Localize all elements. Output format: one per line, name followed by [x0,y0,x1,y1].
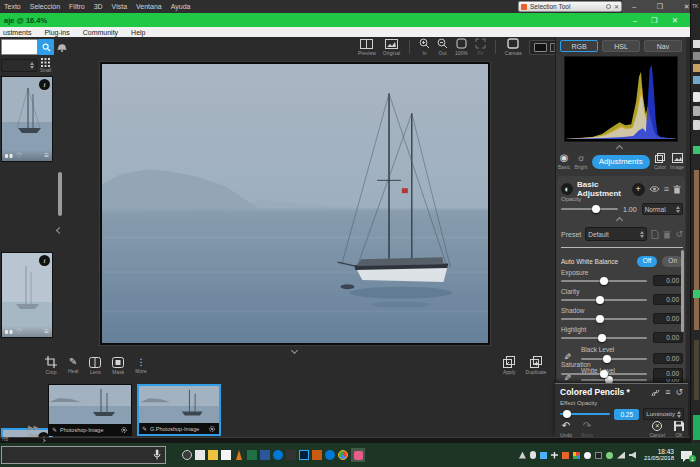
next-button[interactable]: ▶▶ Next [28,424,39,438]
zoom-100-button[interactable]: 100% [455,38,468,56]
shadow-slider[interactable] [561,318,647,320]
search-button[interactable] [38,39,54,55]
maximize-icon[interactable]: ❒ [651,16,658,25]
network-icon[interactable] [617,452,625,459]
saturation-slider[interactable] [561,373,647,375]
menu-ventana[interactable]: Ventana [136,3,162,10]
filmstrip-thumb[interactable]: ✎ Photoshop-Image [48,384,132,436]
clarity-slider[interactable] [561,299,647,301]
edge-icon[interactable] [273,450,283,460]
effect-menu-icon[interactable]: ≡ [665,388,670,397]
plugin-titlebar[interactable]: aje @ 16.4% – ❒ ✕ [0,13,690,27]
tab-rgb[interactable]: RGB [560,40,598,52]
favorite-icon[interactable]: ♡ [16,152,22,159]
lens-tool[interactable]: Lens [89,357,101,375]
volume-icon[interactable] [629,452,636,459]
switch-bright[interactable]: ☼ Bright [574,153,587,170]
sort-dropdown[interactable] [1,59,37,72]
copy-settings-icon[interactable] [650,388,660,397]
taskbar-search[interactable] [1,446,166,464]
ok-button[interactable]: OK [674,421,684,438]
highlight-value[interactable]: 0.00 [653,332,683,343]
effect-blend-dropdown[interactable]: Luminosity [643,408,684,420]
info-icon[interactable]: i [39,255,50,266]
close-icon[interactable]: ✕ [614,3,619,10]
opacity-value[interactable]: 1.00 [623,206,637,213]
zoom-in-button[interactable]: In [419,38,430,56]
single-view-button[interactable] [534,43,547,52]
thumb-menu-icon[interactable]: ≡ [44,152,49,160]
excel-icon[interactable] [247,450,257,460]
duplicate-button[interactable]: Duplicate [526,356,547,375]
taskbar-clock[interactable]: 18:43 21/05/2018 [644,448,674,463]
tray-icon[interactable] [562,452,569,459]
maximize-icon[interactable]: ❒ [657,3,663,11]
adobe-app-icon[interactable] [312,450,322,460]
mail-icon[interactable] [195,450,205,460]
mask-tool[interactable]: Mask [112,357,124,375]
menu-community[interactable]: Community [83,29,118,36]
canvas-button[interactable]: Canvas [505,38,522,56]
preset-dropdown[interactable]: Default [585,227,647,241]
visibility-icon[interactable] [649,185,660,193]
histogram[interactable] [564,56,678,142]
black-level-slider[interactable] [581,358,647,360]
search-input[interactable] [1,39,38,55]
clarity-value[interactable]: 0.00 [653,294,683,305]
exposure-slider[interactable] [561,280,647,282]
vlc-icon[interactable] [234,450,244,460]
word-icon[interactable] [260,450,270,460]
chrome-icon[interactable] [338,450,348,460]
tray-icon[interactable] [584,452,591,459]
favorite-icon[interactable]: ♡ [16,328,22,335]
shadow-value[interactable]: 0.00 [653,313,683,324]
eye-app-icon[interactable] [182,450,192,460]
heal-tool[interactable]: ✎ Heal [68,357,78,374]
scroll-right-icon[interactable] [42,438,46,442]
photo-thumbnail[interactable]: i ♡ ≡ [1,252,53,338]
photoshop-icon[interactable] [299,450,309,460]
microphone-icon[interactable] [153,449,161,461]
cancel-button[interactable]: ✕ Cancel [649,421,665,438]
notepad-icon[interactable] [221,450,231,460]
close-icon[interactable]: ✕ [672,16,678,25]
main-image[interactable] [100,62,490,345]
tab-hsl[interactable]: HSL [602,40,640,52]
reset-preset-icon[interactable]: ↺ [675,230,683,239]
effect-opacity-slider[interactable] [560,413,610,415]
tray-icon[interactable] [540,452,547,459]
add-adjustment-button[interactable]: + [632,183,645,196]
switch-basic[interactable]: ◉ Basic [558,153,570,170]
minimize-icon[interactable]: – [632,3,636,10]
menu-help[interactable]: Help [131,29,145,36]
menu-3d[interactable]: 3D [94,3,103,10]
rating-icon[interactable] [5,153,13,159]
rating-icon[interactable] [5,329,13,335]
tray-icon[interactable] [606,452,613,459]
active-app-icon[interactable] [351,448,365,462]
undo-button[interactable]: ↶ Undo [560,421,572,438]
effect-reset-icon[interactable]: ↺ [675,388,683,397]
crop-tool[interactable]: Crop [45,356,57,375]
awb-off-toggle[interactable]: Off [637,256,658,267]
file-explorer-icon[interactable] [208,450,218,460]
apply-button[interactable]: Apply [503,356,516,375]
menu-texto[interactable]: Texto [4,3,21,10]
save-preset-icon[interactable] [651,230,659,239]
menu-plugins[interactable]: Plug-ins [44,29,69,36]
code-app-icon[interactable] [286,450,296,460]
original-button[interactable]: Original [383,39,400,56]
thumb-menu-icon[interactable]: ≡ [44,328,49,336]
blend-mode-dropdown[interactable]: Normal [642,203,683,215]
tray-icon[interactable] [519,452,526,459]
exposure-value[interactable]: 0.00 [653,275,683,286]
panel-menu-icon[interactable]: ≡ [664,185,669,194]
notification-bell-icon[interactable] [56,40,68,52]
saturation-value[interactable]: 0.00 [653,368,683,379]
filmstrip-thumb-selected[interactable]: ✎ G.Photoshop-Image [137,384,221,436]
highlight-slider[interactable] [561,337,647,339]
tray-icon[interactable] [573,452,580,459]
delete-preset-icon[interactable] [663,230,671,239]
opacity-slider[interactable] [561,208,618,210]
switch-color[interactable]: Color [654,153,666,170]
